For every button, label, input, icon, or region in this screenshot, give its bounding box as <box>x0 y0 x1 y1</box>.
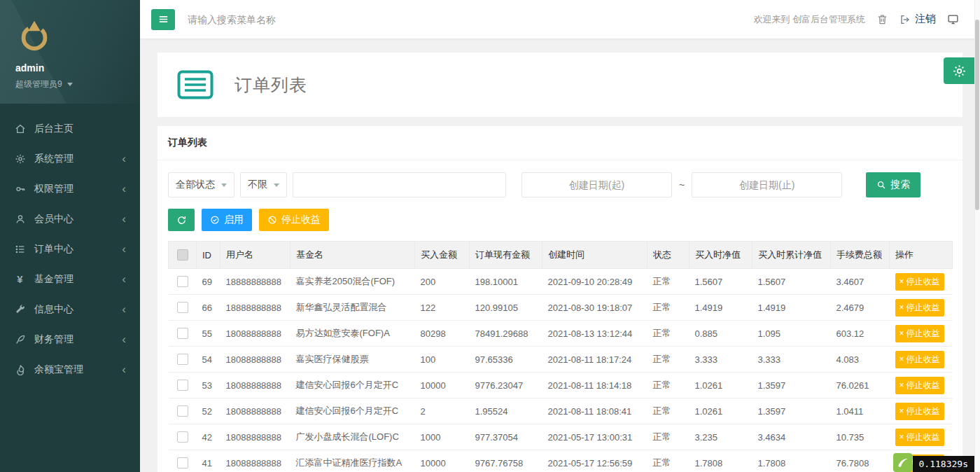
cell-id: 42 <box>197 424 220 450</box>
cell-current-amount: 97.65336 <box>470 347 542 373</box>
sidebar-item-permission[interactable]: 权限管理 ‹ <box>0 174 140 204</box>
cell-status: 正常 <box>648 295 690 321</box>
sidebar-item-fund[interactable]: ¥ 基金管理 ‹ <box>0 264 140 294</box>
cell-id: 66 <box>197 295 220 321</box>
cell-fee-total: 10.735 <box>831 424 890 450</box>
cell-id: 53 <box>197 373 220 398</box>
row-stop-button[interactable]: × 停止收益 <box>895 403 944 420</box>
sidebar-menu: 后台主页 系统管理 ‹ 权限管理 ‹ 会员中心 ‹ <box>0 113 140 384</box>
sidebar-item-label: 系统管理 <box>34 153 74 165</box>
row-stop-button[interactable]: × 停止收益 <box>895 429 944 446</box>
sidebar-item-system[interactable]: 系统管理 ‹ <box>0 144 140 174</box>
sidebar-item-yuebao[interactable]: 余额宝管理 ‹ <box>0 354 140 384</box>
sidebar-item-label: 财务管理 <box>34 333 74 346</box>
row-stop-button[interactable]: × 停止收益 <box>895 351 944 368</box>
stop-profit-button[interactable]: 停止收益 <box>259 209 329 231</box>
column-header: 买入时净值 <box>690 242 752 269</box>
cell-current-amount: 120.99105 <box>470 295 542 321</box>
logout-link[interactable]: 注销 <box>899 13 936 26</box>
stop-button-label: 停止收益 <box>281 214 321 226</box>
row-stop-button[interactable]: × 停止收益 <box>895 377 944 394</box>
limit-select[interactable]: 不限 <box>240 172 287 197</box>
logo <box>15 17 140 55</box>
select-all-checkbox[interactable] <box>177 249 188 261</box>
filter-bar: 全部状态 不限 ~ 搜索 <box>158 160 962 197</box>
row-checkbox[interactable] <box>177 328 188 339</box>
main-content: 订单列表 订单列表 全部状态 不限 ~ 搜索 <box>140 39 980 472</box>
date-end-input[interactable] <box>692 172 842 197</box>
cell-buy-amount: 122 <box>415 295 470 321</box>
trace-badge[interactable]: 0.118329s <box>893 453 974 472</box>
clear-cache-button[interactable] <box>876 13 888 25</box>
cell-username: 18088888888 <box>220 347 290 373</box>
row-stop-label: 停止收益 <box>906 276 940 288</box>
cell-username: 18088888888 <box>220 373 290 398</box>
cell-fee-total: 76.7808 <box>831 450 890 472</box>
chevron-left-icon: ‹ <box>122 333 126 345</box>
sidebar-item-label: 会员中心 <box>34 213 74 225</box>
order-table-body: 69 18888888888 嘉实养老2050混合(FOF) 200 198.1… <box>169 269 953 472</box>
cell-current-amount: 9767.76758 <box>470 450 542 472</box>
row-stop-button[interactable]: × 停止收益 <box>895 325 944 342</box>
enable-button[interactable]: 启用 <box>202 209 252 231</box>
close-icon: × <box>899 433 904 441</box>
status-select-value: 全部状态 <box>176 179 215 191</box>
trash-icon <box>876 13 888 25</box>
row-checkbox[interactable] <box>177 380 188 391</box>
refresh-button[interactable] <box>168 209 195 231</box>
cell-acc-nav: 3.333 <box>752 347 831 373</box>
cell-status: 正常 <box>648 424 690 450</box>
cell-created-time: 2021-05-17 12:56:59 <box>542 450 648 472</box>
close-icon: × <box>899 407 904 415</box>
sidebar: admin 超级管理员9 后台主页 系统管理 ‹ 权限管理 ‹ <box>0 0 140 472</box>
sidebar-item-info[interactable]: 信息中心 ‹ <box>0 294 140 324</box>
row-checkbox[interactable] <box>177 354 188 365</box>
chevron-left-icon: ‹ <box>122 183 126 195</box>
row-checkbox[interactable] <box>177 431 188 443</box>
keyword-input[interactable] <box>293 172 506 197</box>
page-title: 订单列表 <box>234 74 307 97</box>
row-checkbox[interactable] <box>177 457 188 468</box>
caret-down-icon <box>221 183 227 187</box>
row-stop-label: 停止收益 <box>906 380 940 391</box>
table-row: 55 18088888888 易方达如意安泰(FOF)A 80298 78491… <box>169 321 953 347</box>
topbar: 欢迎来到 创富后台管理系统 注销 <box>140 0 980 39</box>
row-stop-button[interactable]: × 停止收益 <box>895 273 944 291</box>
cell-fund-name: 建信安心回报6个月定开C <box>290 398 415 424</box>
close-icon: × <box>899 277 904 286</box>
cell-username: 18088888888 <box>220 398 290 424</box>
row-checkbox[interactable] <box>177 302 188 313</box>
search-button[interactable]: 搜索 <box>866 172 920 197</box>
cell-current-amount: 78491.29688 <box>470 321 542 347</box>
theme-button[interactable] <box>947 13 959 25</box>
role-dropdown[interactable]: 超级管理员9 <box>15 78 73 90</box>
row-checkbox-cell <box>169 424 197 450</box>
cell-fee-total: 3.4607 <box>831 269 890 295</box>
cell-status: 正常 <box>648 398 690 424</box>
cell-id: 41 <box>197 450 220 472</box>
menu-toggle-button[interactable] <box>151 9 175 30</box>
row-checkbox[interactable] <box>177 405 188 417</box>
row-stop-button[interactable]: × 停止收益 <box>895 299 944 317</box>
sidebar-item-member[interactable]: 会员中心 ‹ <box>0 204 140 234</box>
sidebar-item-home[interactable]: 后台主页 <box>0 113 140 144</box>
cell-buy-amount: 10000 <box>415 373 470 398</box>
search-button-label: 搜索 <box>890 179 910 191</box>
cell-status: 正常 <box>648 347 690 373</box>
cell-buy-nav: 1.0261 <box>690 373 752 398</box>
date-start-input[interactable] <box>522 172 672 197</box>
row-checkbox[interactable] <box>177 276 188 287</box>
sidebar-item-order[interactable]: 订单中心 ‹ <box>0 234 140 264</box>
row-checkbox-cell <box>169 398 197 424</box>
search-icon <box>876 180 886 190</box>
sidebar-item-label: 基金管理 <box>34 273 74 286</box>
scrollbar-thumb[interactable] <box>975 20 979 210</box>
column-header: 用户名 <box>220 242 290 269</box>
status-select[interactable]: 全部状态 <box>168 172 234 197</box>
sidebar-item-finance[interactable]: 财务管理 ‹ <box>0 324 140 354</box>
user-icon <box>14 213 26 225</box>
settings-fab-button[interactable] <box>944 57 974 84</box>
cell-acc-nav: 1.3597 <box>752 398 831 424</box>
menu-search-input[interactable] <box>186 13 361 26</box>
cell-created-time: 2021-08-30 19:18:07 <box>542 295 648 321</box>
